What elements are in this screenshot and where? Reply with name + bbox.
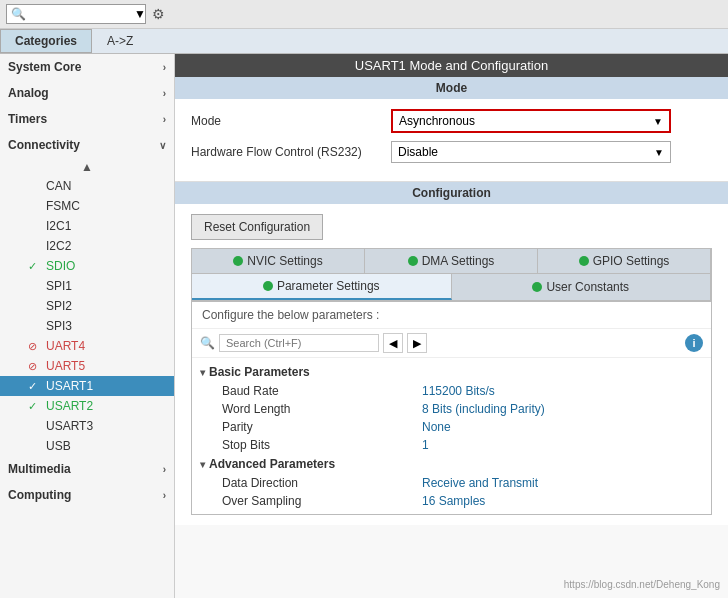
tab-bar-top: NVIC Settings DMA Settings GPIO Settings [191,248,712,274]
tab-user-constants[interactable]: User Constants [452,274,712,300]
sidebar-item-fsmc[interactable]: FSMC [0,196,174,216]
category-tabs: Categories A->Z [0,29,728,54]
sidebar-section-analog: Analog › [0,80,174,106]
content-area: USART1 Mode and Configuration Mode Mode … [175,54,728,598]
sidebar-item-usart2[interactable]: ✓ USART2 [0,396,174,416]
sidebar-item-label: USART2 [46,399,93,413]
stopbits-value: 1 [422,438,429,452]
sidebar-item-label: USART3 [46,419,93,433]
sidebar-section-timers: Timers › [0,106,174,132]
advanced-params-label: Advanced Parameters [209,457,335,471]
sidebar-item-i2c1[interactable]: I2C1 [0,216,174,236]
watermark: https://blog.csdn.net/Deheng_Kong [564,579,720,590]
parity-label: Parity [222,420,422,434]
reset-configuration-button[interactable]: Reset Configuration [191,214,323,240]
uart5-status-icon: ⊘ [28,360,42,373]
chevron-right-icon-analog: › [163,88,166,99]
param-tree: ▾ Basic Parameters Baud Rate 115200 Bits… [192,358,711,514]
tab-nvic-settings[interactable]: NVIC Settings [192,249,365,273]
uart4-status-icon: ⊘ [28,340,42,353]
sidebar-item-usart3[interactable]: USART3 [0,416,174,436]
search-param-bar: 🔍 ◀ ▶ i [192,329,711,358]
tab-param-label: Parameter Settings [277,279,380,293]
sidebar-item-label: USART1 [46,379,93,393]
sidebar-header-multimedia[interactable]: Multimedia › [0,456,174,482]
tab-az[interactable]: A->Z [92,29,148,53]
sidebar-item-uart4[interactable]: ⊘ UART4 [0,336,174,356]
hw-flow-label: Hardware Flow Control (RS232) [191,145,391,159]
sidebar-item-usb[interactable]: USB [0,436,174,456]
oversampling-label: Over Sampling [222,494,422,508]
nav-prev-button[interactable]: ◀ [383,333,403,353]
nav-next-button[interactable]: ▶ [407,333,427,353]
sidebar-item-label: SPI1 [46,279,72,293]
sidebar-item-label: UART4 [46,339,85,353]
hw-flow-select[interactable]: Disable ▼ [391,141,671,163]
param-row-direction: Data Direction Receive and Transmit [192,474,711,492]
wordlength-label: Word Length [222,402,422,416]
basic-params-header[interactable]: ▾ Basic Parameters [192,362,711,382]
mode-value: Asynchronous [399,114,475,128]
tab-dma-label: DMA Settings [422,254,495,268]
gpio-dot [579,256,589,266]
sidebar-section-connectivity: Connectivity ∨ ▲ CAN FSMC I2C1 [0,132,174,456]
mode-select[interactable]: Asynchronous ▼ [391,109,671,133]
search-box[interactable]: 🔍 ▼ [6,4,146,24]
parameter-area: Configure the below parameters : 🔍 ◀ ▶ i… [191,301,712,515]
sidebar-item-uart5[interactable]: ⊘ UART5 [0,356,174,376]
baudrate-value: 115200 Bits/s [422,384,495,398]
direction-label: Data Direction [222,476,422,490]
sidebar-item-label: SPI2 [46,299,72,313]
chevron-right-icon-multimedia: › [163,464,166,475]
mode-dropdown-arrow: ▼ [653,116,663,127]
tab-categories[interactable]: Categories [0,29,92,53]
sidebar-item-can[interactable]: CAN [0,176,174,196]
sidebar-item-usart1[interactable]: ✓ USART1 [0,376,174,396]
sidebar-item-spi3[interactable]: SPI3 [0,316,174,336]
oversampling-value: 16 Samples [422,494,485,508]
search-param-input[interactable] [219,334,379,352]
search-input[interactable] [30,8,130,20]
sidebar-item-label: UART5 [46,359,85,373]
sidebar-label-timers: Timers [8,112,47,126]
sidebar-header-computing[interactable]: Computing › [0,482,174,508]
nvic-dot [233,256,243,266]
baudrate-label: Baud Rate [222,384,422,398]
user-dot [532,282,542,292]
sidebar-item-label: USB [46,439,71,453]
gear-button[interactable]: ⚙ [152,6,165,22]
sidebar-header-systemcore[interactable]: System Core › [0,54,174,80]
tab-nvic-label: NVIC Settings [247,254,322,268]
sidebar-item-label: SDIO [46,259,75,273]
sidebar-item-sdio[interactable]: ✓ SDIO [0,256,174,276]
info-button[interactable]: i [685,334,703,352]
wordlength-value: 8 Bits (including Parity) [422,402,545,416]
chevron-down-icon-connectivity: ∨ [159,140,166,151]
usart1-status-icon: ✓ [28,380,42,393]
advanced-expand-icon: ▾ [200,459,205,470]
tab-user-label: User Constants [546,280,629,294]
mode-section-title: Mode [175,77,728,99]
tab-gpio-settings[interactable]: GPIO Settings [538,249,711,273]
parity-value: None [422,420,451,434]
sidebar-item-spi1[interactable]: SPI1 [0,276,174,296]
mode-row: Mode Asynchronous ▼ [191,109,712,133]
tab-dma-settings[interactable]: DMA Settings [365,249,538,273]
hw-flow-row: Hardware Flow Control (RS232) Disable ▼ [191,141,712,163]
sidebar-label-analog: Analog [8,86,49,100]
sidebar-item-spi2[interactable]: SPI2 [0,296,174,316]
sidebar-header-timers[interactable]: Timers › [0,106,174,132]
search-dropdown-arrow[interactable]: ▼ [134,7,146,21]
sidebar-label-multimedia: Multimedia [8,462,71,476]
sidebar-item-i2c2[interactable]: I2C2 [0,236,174,256]
sidebar-header-connectivity[interactable]: Connectivity ∨ [0,132,174,158]
basic-expand-icon: ▾ [200,367,205,378]
configure-msg: Configure the below parameters : [192,302,711,329]
chevron-right-icon: › [163,62,166,73]
tab-parameter-settings[interactable]: Parameter Settings [192,274,452,300]
param-row-parity: Parity None [192,418,711,436]
scroll-up-button[interactable]: ▲ [0,158,174,176]
content-title: USART1 Mode and Configuration [175,54,728,77]
sidebar-header-analog[interactable]: Analog › [0,80,174,106]
advanced-params-header[interactable]: ▾ Advanced Parameters [192,454,711,474]
